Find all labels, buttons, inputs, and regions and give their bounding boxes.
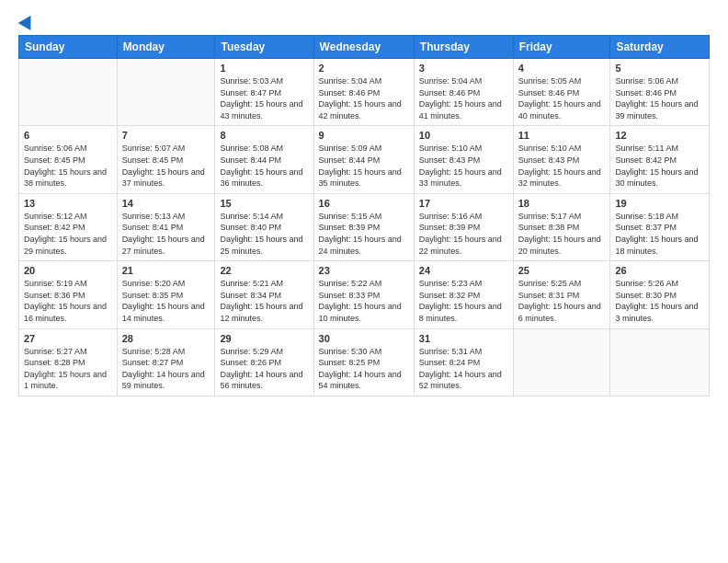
page: SundayMondayTuesdayWednesdayThursdayFrid…: [0, 0, 728, 563]
day-info: Sunrise: 5:31 AM Sunset: 8:24 PM Dayligh…: [419, 346, 508, 392]
day-info: Sunrise: 5:23 AM Sunset: 8:32 PM Dayligh…: [419, 278, 508, 324]
day-info: Sunrise: 5:10 AM Sunset: 8:43 PM Dayligh…: [419, 143, 508, 189]
day-info: Sunrise: 5:28 AM Sunset: 8:27 PM Dayligh…: [122, 346, 210, 392]
calendar-cell: [19, 59, 118, 126]
day-number: 12: [615, 130, 704, 141]
calendar-cell: 24Sunrise: 5:23 AM Sunset: 8:32 PM Dayli…: [414, 261, 513, 328]
day-info: Sunrise: 5:11 AM Sunset: 8:42 PM Dayligh…: [615, 143, 704, 189]
calendar-header-row: SundayMondayTuesdayWednesdayThursdayFrid…: [19, 36, 710, 59]
calendar-cell: 17Sunrise: 5:16 AM Sunset: 8:39 PM Dayli…: [414, 193, 513, 260]
calendar-cell: 20Sunrise: 5:19 AM Sunset: 8:36 PM Dayli…: [19, 261, 118, 328]
calendar-cell: [610, 328, 710, 396]
calendar-cell: 16Sunrise: 5:15 AM Sunset: 8:39 PM Dayli…: [313, 193, 414, 260]
day-info: Sunrise: 5:19 AM Sunset: 8:36 PM Dayligh…: [24, 278, 112, 324]
day-info: Sunrise: 5:04 AM Sunset: 8:46 PM Dayligh…: [319, 75, 409, 121]
day-number: 29: [220, 333, 308, 344]
logo: [18, 15, 35, 26]
calendar: SundayMondayTuesdayWednesdayThursdayFrid…: [18, 35, 710, 396]
day-number: 14: [122, 198, 210, 209]
day-number: 24: [419, 265, 508, 276]
calendar-cell: 9Sunrise: 5:09 AM Sunset: 8:44 PM Daylig…: [313, 126, 414, 193]
calendar-cell: 7Sunrise: 5:07 AM Sunset: 8:45 PM Daylig…: [117, 126, 215, 193]
col-header-monday: Monday: [117, 36, 215, 59]
day-number: 11: [518, 130, 606, 141]
calendar-cell: 1Sunrise: 5:03 AM Sunset: 8:47 PM Daylig…: [215, 59, 313, 126]
day-info: Sunrise: 5:25 AM Sunset: 8:31 PM Dayligh…: [518, 278, 606, 324]
day-number: 15: [220, 198, 308, 209]
calendar-cell: 22Sunrise: 5:21 AM Sunset: 8:34 PM Dayli…: [215, 261, 313, 328]
day-info: Sunrise: 5:12 AM Sunset: 8:42 PM Dayligh…: [24, 211, 112, 257]
day-info: Sunrise: 5:30 AM Sunset: 8:25 PM Dayligh…: [319, 346, 409, 392]
col-header-tuesday: Tuesday: [215, 36, 313, 59]
day-info: Sunrise: 5:14 AM Sunset: 8:40 PM Dayligh…: [220, 211, 308, 257]
col-header-sunday: Sunday: [19, 36, 118, 59]
day-number: 28: [122, 333, 210, 344]
calendar-cell: 11Sunrise: 5:10 AM Sunset: 8:43 PM Dayli…: [513, 126, 610, 193]
day-number: 7: [122, 130, 210, 141]
calendar-cell: 5Sunrise: 5:06 AM Sunset: 8:46 PM Daylig…: [610, 59, 710, 126]
calendar-week-1: 1Sunrise: 5:03 AM Sunset: 8:47 PM Daylig…: [19, 59, 710, 126]
calendar-cell: 29Sunrise: 5:29 AM Sunset: 8:26 PM Dayli…: [215, 328, 313, 396]
day-number: 30: [319, 333, 409, 344]
calendar-cell: 23Sunrise: 5:22 AM Sunset: 8:33 PM Dayli…: [313, 261, 414, 328]
day-number: 31: [419, 333, 508, 344]
logo-text: [18, 15, 35, 26]
day-number: 22: [220, 265, 308, 276]
day-number: 3: [419, 63, 508, 74]
day-info: Sunrise: 5:07 AM Sunset: 8:45 PM Dayligh…: [122, 143, 210, 189]
calendar-cell: 21Sunrise: 5:20 AM Sunset: 8:35 PM Dayli…: [117, 261, 215, 328]
calendar-cell: 3Sunrise: 5:04 AM Sunset: 8:46 PM Daylig…: [414, 59, 513, 126]
logo-triangle-icon: [18, 12, 38, 30]
calendar-cell: 30Sunrise: 5:30 AM Sunset: 8:25 PM Dayli…: [313, 328, 414, 396]
col-header-friday: Friday: [513, 36, 610, 59]
day-info: Sunrise: 5:04 AM Sunset: 8:46 PM Dayligh…: [419, 75, 508, 121]
day-number: 2: [319, 63, 409, 74]
day-number: 21: [122, 265, 210, 276]
day-number: 26: [615, 265, 704, 276]
calendar-cell: 26Sunrise: 5:26 AM Sunset: 8:30 PM Dayli…: [610, 261, 710, 328]
day-info: Sunrise: 5:06 AM Sunset: 8:45 PM Dayligh…: [24, 143, 112, 189]
day-info: Sunrise: 5:16 AM Sunset: 8:39 PM Dayligh…: [419, 211, 508, 257]
day-info: Sunrise: 5:15 AM Sunset: 8:39 PM Dayligh…: [319, 211, 409, 257]
calendar-cell: 15Sunrise: 5:14 AM Sunset: 8:40 PM Dayli…: [215, 193, 313, 260]
calendar-cell: 2Sunrise: 5:04 AM Sunset: 8:46 PM Daylig…: [313, 59, 414, 126]
day-number: 19: [615, 198, 704, 209]
day-info: Sunrise: 5:22 AM Sunset: 8:33 PM Dayligh…: [319, 278, 409, 324]
day-number: 13: [24, 198, 112, 209]
day-info: Sunrise: 5:20 AM Sunset: 8:35 PM Dayligh…: [122, 278, 210, 324]
col-header-thursday: Thursday: [414, 36, 513, 59]
calendar-cell: 8Sunrise: 5:08 AM Sunset: 8:44 PM Daylig…: [215, 126, 313, 193]
calendar-cell: [117, 59, 215, 126]
calendar-cell: 12Sunrise: 5:11 AM Sunset: 8:42 PM Dayli…: [610, 126, 710, 193]
calendar-week-2: 6Sunrise: 5:06 AM Sunset: 8:45 PM Daylig…: [19, 126, 710, 193]
day-info: Sunrise: 5:18 AM Sunset: 8:37 PM Dayligh…: [615, 211, 704, 257]
day-number: 25: [518, 265, 606, 276]
day-info: Sunrise: 5:29 AM Sunset: 8:26 PM Dayligh…: [220, 346, 308, 392]
calendar-week-5: 27Sunrise: 5:27 AM Sunset: 8:28 PM Dayli…: [19, 328, 710, 396]
calendar-cell: 6Sunrise: 5:06 AM Sunset: 8:45 PM Daylig…: [19, 126, 118, 193]
day-number: 10: [419, 130, 508, 141]
day-number: 6: [24, 130, 112, 141]
day-number: 5: [615, 63, 704, 74]
day-number: 1: [220, 63, 308, 74]
col-header-wednesday: Wednesday: [313, 36, 414, 59]
calendar-cell: 13Sunrise: 5:12 AM Sunset: 8:42 PM Dayli…: [19, 193, 118, 260]
day-number: 17: [419, 198, 508, 209]
day-number: 9: [319, 130, 409, 141]
day-info: Sunrise: 5:06 AM Sunset: 8:46 PM Dayligh…: [615, 75, 704, 121]
calendar-cell: 14Sunrise: 5:13 AM Sunset: 8:41 PM Dayli…: [117, 193, 215, 260]
day-info: Sunrise: 5:26 AM Sunset: 8:30 PM Dayligh…: [615, 278, 704, 324]
day-number: 23: [319, 265, 409, 276]
day-number: 4: [518, 63, 606, 74]
calendar-cell: 18Sunrise: 5:17 AM Sunset: 8:38 PM Dayli…: [513, 193, 610, 260]
day-info: Sunrise: 5:03 AM Sunset: 8:47 PM Dayligh…: [220, 75, 308, 121]
day-info: Sunrise: 5:05 AM Sunset: 8:46 PM Dayligh…: [518, 75, 606, 121]
calendar-cell: 25Sunrise: 5:25 AM Sunset: 8:31 PM Dayli…: [513, 261, 610, 328]
day-info: Sunrise: 5:09 AM Sunset: 8:44 PM Dayligh…: [319, 143, 409, 189]
day-info: Sunrise: 5:10 AM Sunset: 8:43 PM Dayligh…: [518, 143, 606, 189]
col-header-saturday: Saturday: [610, 36, 710, 59]
day-info: Sunrise: 5:13 AM Sunset: 8:41 PM Dayligh…: [122, 211, 210, 257]
day-number: 20: [24, 265, 112, 276]
calendar-week-4: 20Sunrise: 5:19 AM Sunset: 8:36 PM Dayli…: [19, 261, 710, 328]
day-number: 18: [518, 198, 606, 209]
